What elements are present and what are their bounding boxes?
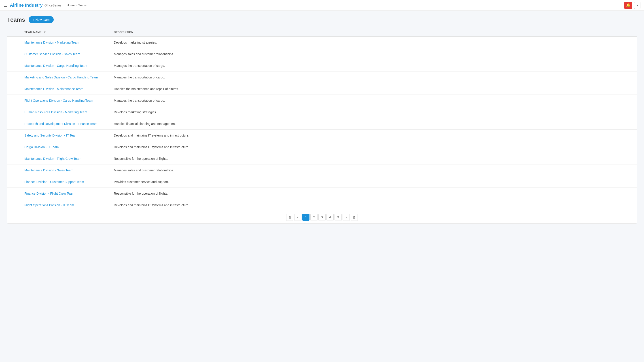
user-dropdown-button[interactable]: ▾ bbox=[634, 2, 640, 9]
pagination-page-1[interactable]: 1 bbox=[302, 214, 310, 221]
team-name-link[interactable]: Research and Development Division - Fina… bbox=[24, 122, 98, 126]
row-description-cell: Develops and maintains IT systems and in… bbox=[110, 199, 636, 211]
breadcrumb-separator: » bbox=[75, 3, 77, 7]
table-row: ⋮Research and Development Division - Fin… bbox=[8, 118, 636, 130]
row-description-cell: Manages the transportation of cargo. bbox=[110, 71, 636, 83]
row-actions-cell: ⋮ bbox=[8, 83, 21, 95]
row-description-cell: Develops and maintains IT systems and in… bbox=[110, 141, 636, 153]
row-team-name-cell: Maintenance Division - Flight Crew Team bbox=[21, 153, 110, 164]
row-team-name-cell: Maintenance Division - Maintenance Team bbox=[21, 83, 110, 95]
row-menu-button[interactable]: ⋮ bbox=[11, 86, 17, 91]
team-name-link[interactable]: Safety and Security Division - IT Team bbox=[24, 134, 77, 137]
pagination-page-2[interactable]: 2 bbox=[310, 214, 318, 221]
team-name-link[interactable]: Maintenance Division - Sales Team bbox=[24, 168, 73, 172]
row-description-cell: Responsible for the operation of flights… bbox=[110, 153, 636, 164]
row-description-cell: Manages the transportation of cargo. bbox=[110, 60, 636, 71]
row-description-cell: Develops marketing strategies. bbox=[110, 37, 636, 48]
header-actions: 🔔 ▾ bbox=[624, 2, 640, 9]
row-team-name-cell: Flight Operations Division - Cargo Handl… bbox=[21, 95, 110, 106]
filter-icon[interactable]: ▼ bbox=[44, 31, 46, 34]
table-row: ⋮Flight Operations Division - Cargo Hand… bbox=[8, 95, 636, 106]
row-team-name-cell: Human Resources Division - Marketing Tea… bbox=[21, 106, 110, 118]
table-row: ⋮Maintenance Division - Marketing TeamDe… bbox=[8, 37, 636, 48]
table-row: ⋮Customer Service Division - Sales TeamM… bbox=[8, 48, 636, 60]
row-menu-button[interactable]: ⋮ bbox=[11, 144, 17, 149]
breadcrumb: Home » Teams bbox=[67, 3, 86, 7]
row-actions-cell: ⋮ bbox=[8, 60, 21, 71]
header: ☰ Airline Industry OfficeSeries Home » T… bbox=[0, 0, 644, 11]
row-menu-button[interactable]: ⋮ bbox=[11, 51, 17, 56]
row-team-name-cell: Maintenance Division - Sales Team bbox=[21, 164, 110, 176]
row-menu-button[interactable]: ⋮ bbox=[11, 121, 17, 126]
pagination-page-4[interactable]: 4 bbox=[326, 214, 334, 221]
th-actions bbox=[8, 28, 21, 37]
pagination-first-button[interactable]: ⟨| bbox=[286, 214, 294, 221]
pagination-next-button[interactable]: › bbox=[342, 214, 350, 221]
breadcrumb-home[interactable]: Home bbox=[67, 3, 75, 7]
pagination-page-5[interactable]: 5 bbox=[334, 214, 342, 221]
row-actions-cell: ⋮ bbox=[8, 106, 21, 118]
row-team-name-cell: Maintenance Division - Cargo Handling Te… bbox=[21, 60, 110, 71]
pagination-last-button[interactable]: |⟩ bbox=[350, 214, 358, 221]
row-menu-button[interactable]: ⋮ bbox=[11, 109, 17, 115]
notifications-button[interactable]: 🔔 bbox=[624, 2, 632, 9]
team-name-link[interactable]: Maintenance Division - Maintenance Team bbox=[24, 87, 84, 91]
row-actions-cell: ⋮ bbox=[8, 188, 21, 199]
table-row: ⋮Finance Division - Flight Crew TeamResp… bbox=[8, 188, 636, 199]
table-row: ⋮Flight Operations Division - IT TeamDev… bbox=[8, 199, 636, 211]
row-menu-button[interactable]: ⋮ bbox=[11, 63, 17, 68]
team-name-link[interactable]: Finance Division - Customer Support Team bbox=[24, 180, 84, 184]
table-row: ⋮Maintenance Division - Flight Crew Team… bbox=[8, 153, 636, 164]
row-team-name-cell: Maintenance Division - Marketing Team bbox=[21, 37, 110, 48]
row-menu-button[interactable]: ⋮ bbox=[11, 156, 17, 161]
row-actions-cell: ⋮ bbox=[8, 118, 21, 130]
row-menu-button[interactable]: ⋮ bbox=[11, 168, 17, 173]
row-description-cell: Manages the transportation of cargo. bbox=[110, 95, 636, 106]
team-name-link[interactable]: Maintenance Division - Marketing Team bbox=[24, 41, 79, 44]
team-name-link[interactable]: Cargo Division - IT Team bbox=[24, 145, 59, 149]
row-team-name-cell: Marketing and Sales Division - Cargo Han… bbox=[21, 71, 110, 83]
row-team-name-cell: Cargo Division - IT Team bbox=[21, 141, 110, 153]
row-menu-button[interactable]: ⋮ bbox=[11, 98, 17, 103]
brand-name: Airline Industry bbox=[10, 3, 43, 8]
row-description-cell: Manages sales and customer relationships… bbox=[110, 164, 636, 176]
row-menu-button[interactable]: ⋮ bbox=[11, 133, 17, 138]
row-team-name-cell: Research and Development Division - Fina… bbox=[21, 118, 110, 130]
table-body: ⋮Maintenance Division - Marketing TeamDe… bbox=[8, 37, 636, 211]
row-team-name-cell: Safety and Security Division - IT Team bbox=[21, 130, 110, 141]
breadcrumb-current: Teams bbox=[78, 3, 86, 7]
menu-icon[interactable]: ☰ bbox=[4, 3, 7, 8]
th-description: DESCRIPTION bbox=[110, 28, 636, 37]
row-team-name-cell: Flight Operations Division - IT Team bbox=[21, 199, 110, 211]
row-actions-cell: ⋮ bbox=[8, 176, 21, 188]
pagination-page-3[interactable]: 3 bbox=[318, 214, 326, 221]
pagination-prev-button[interactable]: ‹ bbox=[294, 214, 302, 221]
row-menu-button[interactable]: ⋮ bbox=[11, 75, 17, 80]
team-name-link[interactable]: Maintenance Division - Cargo Handling Te… bbox=[24, 64, 87, 67]
row-actions-cell: ⋮ bbox=[8, 95, 21, 106]
team-name-link[interactable]: Customer Service Division - Sales Team bbox=[24, 52, 80, 56]
team-name-link[interactable]: Human Resources Division - Marketing Tea… bbox=[24, 110, 87, 114]
row-menu-button[interactable]: ⋮ bbox=[11, 179, 17, 184]
table-row: ⋮Maintenance Division - Maintenance Team… bbox=[8, 83, 636, 95]
team-name-link[interactable]: Finance Division - Flight Crew Team bbox=[24, 192, 74, 195]
row-description-cell: Provides customer service and support. bbox=[110, 176, 636, 188]
row-menu-button[interactable]: ⋮ bbox=[11, 202, 17, 208]
team-name-link[interactable]: Maintenance Division - Flight Crew Team bbox=[24, 157, 81, 160]
product-name: OfficeSeries bbox=[44, 3, 62, 7]
table-row: ⋮Maintenance Division - Cargo Handling T… bbox=[8, 60, 636, 71]
new-team-button[interactable]: + New team bbox=[28, 16, 54, 23]
team-name-link[interactable]: Marketing and Sales Division - Cargo Han… bbox=[24, 75, 98, 79]
table-row: ⋮Marketing and Sales Division - Cargo Ha… bbox=[8, 71, 636, 83]
team-name-link[interactable]: Flight Operations Division - Cargo Handl… bbox=[24, 99, 93, 102]
row-menu-button[interactable]: ⋮ bbox=[11, 191, 17, 196]
row-team-name-cell: Finance Division - Flight Crew Team bbox=[21, 188, 110, 199]
row-actions-cell: ⋮ bbox=[8, 164, 21, 176]
row-description-cell: Develops marketing strategies. bbox=[110, 106, 636, 118]
main-content: Teams + New team TEAM NAME ▼ DESCRIPTION… bbox=[0, 11, 644, 229]
team-name-link[interactable]: Flight Operations Division - IT Team bbox=[24, 203, 74, 207]
table-row: ⋮Human Resources Division - Marketing Te… bbox=[8, 106, 636, 118]
row-menu-button[interactable]: ⋮ bbox=[11, 40, 17, 45]
table-row: ⋮Safety and Security Division - IT TeamD… bbox=[8, 130, 636, 141]
row-actions-cell: ⋮ bbox=[8, 48, 21, 60]
